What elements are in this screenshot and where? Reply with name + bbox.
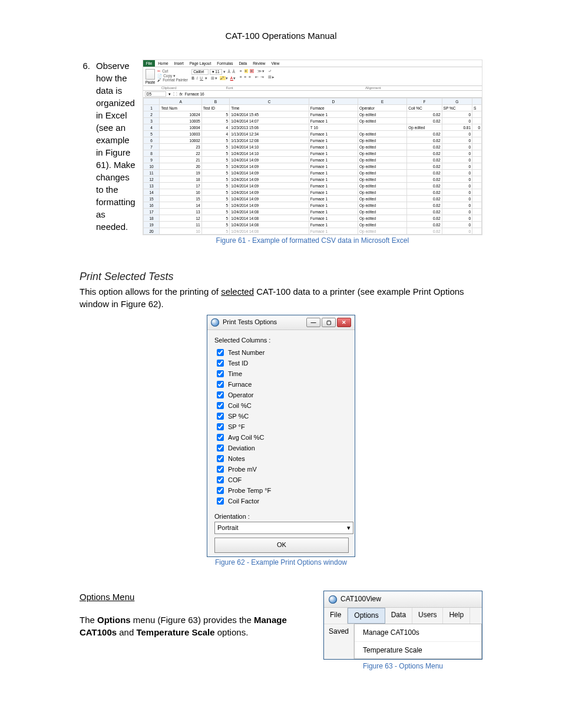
cell[interactable]: Op edited (358, 222, 407, 228)
cell[interactable]: 5 (201, 189, 230, 196)
row-header[interactable]: 5 (143, 131, 160, 137)
cell[interactable]: Op edited (358, 111, 407, 118)
column-checkbox[interactable] (217, 381, 224, 388)
cell[interactable]: Furnace 1 (309, 131, 358, 137)
cell[interactable]: 10004 (160, 124, 201, 131)
cell[interactable]: 0.82 (407, 170, 442, 176)
cell[interactable]: 1/24/2014 14:09 (230, 183, 309, 189)
cell[interactable]: T 16 (309, 124, 358, 131)
cell[interactable]: Furnace (309, 105, 358, 111)
col-header[interactable]: E (358, 98, 407, 105)
cell[interactable]: 18 (160, 176, 201, 183)
cell[interactable]: 5 (201, 196, 230, 202)
cell[interactable]: 0.82 (407, 137, 442, 144)
cell[interactable]: Furnace 1 (309, 189, 358, 196)
cell[interactable]: 1/24/2014 14:09 (230, 163, 309, 170)
cell[interactable]: 10 (160, 228, 201, 235)
cell[interactable]: Furnace 1 (309, 111, 358, 118)
font-grow-shrink-icon[interactable]: ▾ Â Â (223, 70, 236, 74)
cell[interactable]: Furnace 1 (309, 118, 358, 124)
cell[interactable]: 12 (160, 215, 201, 222)
cell[interactable]: Op edited (358, 209, 407, 215)
cell[interactable]: Op edited (358, 163, 407, 170)
copy-button[interactable]: Copy ▾ (157, 74, 188, 78)
minimize-button[interactable]: — (306, 318, 320, 327)
cell[interactable]: 5 (201, 215, 230, 222)
cell[interactable]: Furnace 1 (309, 170, 358, 176)
cell[interactable]: 1/24/2014 14:09 (230, 202, 309, 209)
cell[interactable]: Furnace 1 (309, 228, 358, 235)
cell[interactable]: 1/24/2014 14:09 (230, 196, 309, 202)
tab-data[interactable]: Data (236, 60, 250, 67)
paste-button[interactable]: Paste (146, 69, 156, 84)
menu-help[interactable]: Help (443, 608, 470, 624)
column-checkbox[interactable] (217, 455, 224, 462)
cell[interactable]: 0.82 (407, 215, 442, 222)
cell[interactable]: 0.82 (407, 209, 442, 215)
cell[interactable]: 4 (201, 131, 230, 137)
menu-options[interactable]: Options (348, 608, 385, 624)
column-checkbox[interactable] (217, 423, 224, 430)
column-checkbox[interactable] (217, 349, 224, 356)
col-header[interactable] (143, 98, 160, 105)
cell[interactable]: 1/24/2014 14:09 (230, 189, 309, 196)
column-checkbox[interactable] (217, 391, 224, 398)
cell[interactable]: Test Num (160, 105, 201, 111)
cell[interactable]: 0.82 (407, 176, 442, 183)
cell[interactable]: 15 (160, 196, 201, 202)
cell[interactable]: 16 (160, 189, 201, 196)
cell[interactable]: Furnace 1 (309, 150, 358, 157)
cell[interactable]: 0 (442, 196, 472, 202)
cell[interactable]: 19 (160, 170, 201, 176)
cell[interactable]: Furnace 1 (309, 163, 358, 170)
cell[interactable]: Coil %C (407, 105, 442, 111)
row-header[interactable]: 17 (143, 209, 160, 215)
cell[interactable]: 1/24/2014 14:10 (230, 144, 309, 150)
cell[interactable]: Op edited (358, 157, 407, 163)
cell[interactable]: 0 (442, 222, 472, 228)
tab-insert[interactable]: Insert (171, 60, 187, 67)
cell[interactable]: Op edited (358, 150, 407, 157)
column-checkbox[interactable] (217, 466, 224, 473)
cell[interactable]: 10024 (160, 111, 201, 118)
row-header[interactable]: 20 (143, 228, 160, 235)
cell[interactable]: 14 (160, 202, 201, 209)
cell[interactable]: 0 (442, 183, 472, 189)
cell[interactable]: 0 (472, 124, 482, 131)
column-checkbox[interactable] (217, 476, 224, 483)
cell[interactable]: 1/24/2014 15:45 (230, 111, 309, 118)
cell[interactable]: 0 (442, 209, 472, 215)
cell[interactable]: Op edited (358, 228, 407, 235)
cell[interactable]: Op edited (358, 118, 407, 124)
cell[interactable]: Time (230, 105, 309, 111)
font-style-buttons[interactable]: B I U ▾ ⊞▾ 🖍▾ A▾ (191, 76, 236, 80)
cell[interactable]: 5 (201, 144, 230, 150)
col-header[interactable] (472, 98, 482, 105)
fx-icon[interactable]: fx (180, 92, 183, 96)
cell[interactable]: Furnace 1 (309, 222, 358, 228)
cell[interactable]: 0.82 (407, 131, 442, 137)
column-checkbox[interactable] (217, 434, 224, 441)
cell[interactable]: 5 (201, 157, 230, 163)
cell[interactable]: Op edited (358, 202, 407, 209)
cell[interactable]: 23 (160, 144, 201, 150)
cell[interactable]: 5 (201, 137, 230, 144)
cell[interactable]: 10005 (160, 118, 201, 124)
cell[interactable]: 0.82 (407, 196, 442, 202)
cell[interactable]: 1/24/2014 14:10 (230, 150, 309, 157)
cell[interactable]: Furnace 1 (309, 144, 358, 150)
cell[interactable]: Furnace 1 (309, 209, 358, 215)
cell-reference-box[interactable]: D5 (145, 91, 166, 97)
cell[interactable]: 0 (442, 118, 472, 124)
cell[interactable]: 0 (442, 202, 472, 209)
cell[interactable]: 0 (442, 131, 472, 137)
col-header[interactable]: B (201, 98, 230, 105)
col-header[interactable]: C (230, 98, 309, 105)
row-header[interactable]: 2 (143, 111, 160, 118)
cell[interactable]: Furnace 1 (309, 176, 358, 183)
cell[interactable]: 1/24/2014 14:09 (230, 176, 309, 183)
row-header[interactable]: 15 (143, 196, 160, 202)
cell[interactable]: 0.82 (407, 111, 442, 118)
row-header[interactable]: 14 (143, 189, 160, 196)
cell[interactable]: 0 (442, 111, 472, 118)
